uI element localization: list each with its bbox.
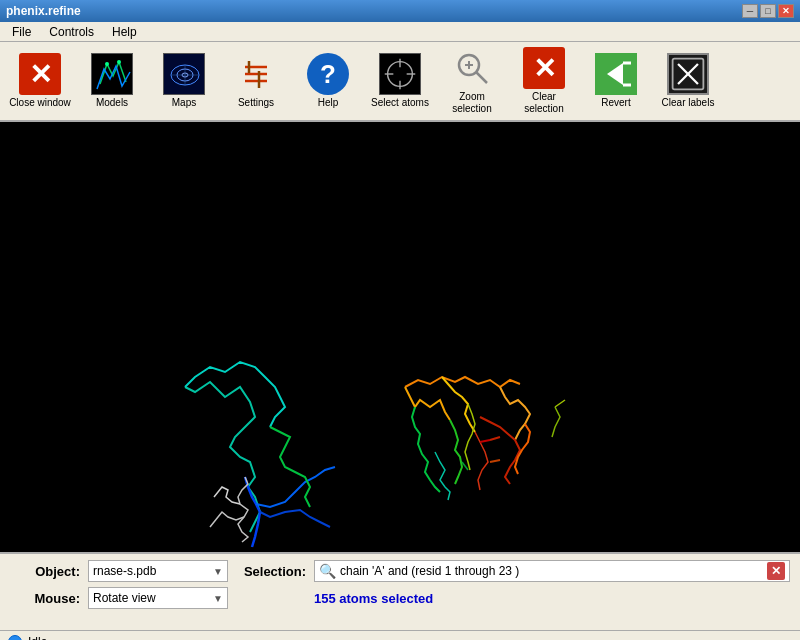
object-value: rnase-s.pdb — [93, 564, 156, 578]
close-window-label: Close window — [9, 97, 71, 109]
maps-icon — [163, 53, 205, 95]
search-icon: 🔍 — [319, 563, 336, 579]
close-window-icon: ✕ — [19, 53, 61, 95]
selection-text: chain 'A' and (resid 1 through 23 ) — [340, 564, 519, 578]
title-bar: phenix.refine ─ □ ✕ — [0, 0, 800, 22]
menu-bar: File Controls Help — [0, 22, 800, 42]
clear-labels-label: Clear labels — [662, 97, 715, 109]
help-label: Help — [318, 97, 339, 109]
clear-selection-icon: ✕ — [523, 47, 565, 89]
object-dropdown[interactable]: rnase-s.pdb ▼ — [88, 560, 228, 582]
menu-help[interactable]: Help — [104, 23, 145, 41]
mouse-dropdown[interactable]: Rotate view ▼ — [88, 587, 228, 609]
menu-file[interactable]: File — [4, 23, 39, 41]
selection-input-box[interactable]: 🔍 chain 'A' and (resid 1 through 23 ) ✕ — [314, 560, 790, 582]
clear-labels-icon — [667, 53, 709, 95]
revert-button[interactable]: Revert — [582, 45, 650, 117]
models-label: Models — [96, 97, 128, 109]
minimize-button[interactable]: ─ — [742, 4, 758, 18]
molecule-viewport[interactable] — [0, 122, 800, 552]
settings-button[interactable]: Settings — [222, 45, 290, 117]
menu-controls[interactable]: Controls — [41, 23, 102, 41]
mouse-value: Rotate view — [93, 591, 156, 605]
clear-labels-button[interactable]: Clear labels — [654, 45, 722, 117]
clear-selection-label: Clear selection — [513, 91, 575, 115]
help-button[interactable]: ? Help — [294, 45, 362, 117]
clear-selection-button[interactable]: ✕ Clear selection — [510, 45, 578, 117]
help-icon: ? — [307, 53, 349, 95]
atoms-selected-text: 155 atoms selected — [314, 591, 433, 606]
molecule-canvas — [0, 122, 800, 552]
revert-icon — [595, 53, 637, 95]
select-atoms-button[interactable]: Select atoms — [366, 45, 434, 117]
maximize-button[interactable]: □ — [760, 4, 776, 18]
zoom-selection-label: Zoom selection — [441, 91, 503, 115]
window-controls: ─ □ ✕ — [742, 4, 794, 18]
object-label: Object: — [10, 564, 80, 579]
toolbar: ✕ Close window Models — [0, 42, 800, 122]
svg-rect-31 — [0, 122, 800, 552]
settings-label: Settings — [238, 97, 274, 109]
status-indicator — [8, 635, 22, 641]
mouse-label: Mouse: — [10, 591, 80, 606]
models-icon — [91, 53, 133, 95]
settings-icon — [235, 53, 277, 95]
select-atoms-label: Select atoms — [371, 97, 429, 109]
selection-clear-button[interactable]: ✕ — [767, 562, 785, 580]
titlebar-close-button[interactable]: ✕ — [778, 4, 794, 18]
selection-label: Selection: — [236, 564, 306, 579]
maps-label: Maps — [172, 97, 196, 109]
mouse-row: Mouse: Rotate view ▼ 155 atoms selected — [10, 587, 790, 609]
revert-label: Revert — [601, 97, 630, 109]
zoom-selection-button[interactable]: Zoom selection — [438, 45, 506, 117]
close-window-button[interactable]: ✕ Close window — [6, 45, 74, 117]
bottom-panel: Object: rnase-s.pdb ▼ Selection: 🔍 chain… — [0, 552, 800, 630]
svg-line-21 — [476, 72, 487, 83]
mouse-dropdown-arrow: ▼ — [213, 593, 223, 604]
status-bar: Idle — [0, 630, 800, 640]
object-row: Object: rnase-s.pdb ▼ Selection: 🔍 chain… — [10, 560, 790, 582]
select-atoms-icon — [379, 53, 421, 95]
object-dropdown-arrow: ▼ — [213, 566, 223, 577]
zoom-selection-icon — [451, 47, 493, 89]
status-text: Idle — [28, 635, 47, 641]
svg-point-1 — [105, 62, 109, 66]
maps-button[interactable]: Maps — [150, 45, 218, 117]
svg-point-2 — [117, 60, 121, 64]
window-title: phenix.refine — [6, 4, 81, 18]
models-button[interactable]: Models — [78, 45, 146, 117]
